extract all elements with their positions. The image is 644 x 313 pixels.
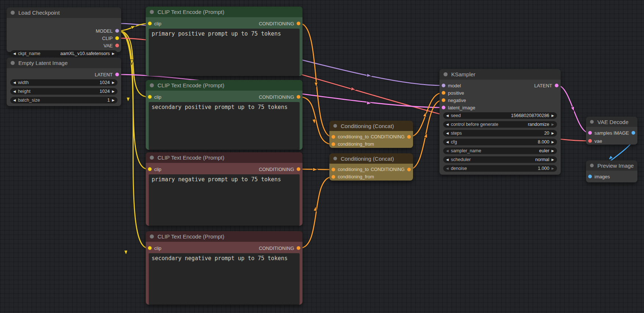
- node-clip-text-encode-positive-1[interactable]: CLIP Text Encode (Prompt) clip CONDITION…: [146, 7, 303, 76]
- node-clip-text-encode-negative-2[interactable]: CLIP Text Encode (Prompt) clip CONDITION…: [146, 231, 303, 305]
- increment-arrow-icon[interactable]: ▶: [551, 123, 554, 126]
- decrement-arrow-icon[interactable]: ◀: [13, 52, 16, 55]
- conditioning-port-icon[interactable]: [297, 22, 300, 25]
- prompt-textarea[interactable]: secondary negative prompt up to 75 token…: [149, 253, 300, 305]
- node-empty-latent-image[interactable]: Empty Latent Image LATENT ◀ width 1024 ▶…: [7, 58, 121, 106]
- node-title-bar[interactable]: CLIP Text Encode (Prompt): [146, 80, 303, 91]
- slot-row: conditioning_to CONDITIONING: [329, 133, 413, 141]
- decrement-arrow-icon[interactable]: ◀: [446, 132, 449, 135]
- increment-arrow-icon[interactable]: ▶: [112, 99, 115, 102]
- width-widget[interactable]: ◀ width 1024 ▶: [10, 79, 117, 86]
- decrement-arrow-icon[interactable]: ◀: [446, 114, 449, 117]
- conditioning-port-icon[interactable]: [442, 98, 445, 102]
- cfg-widget[interactable]: ◀ cfg 8.000 ▶: [443, 139, 557, 145]
- conditioning-port-icon[interactable]: [442, 91, 445, 95]
- control-before-generate-widget[interactable]: ◀ control before generate randomize ▶: [443, 121, 557, 128]
- slot-row: clip CONDITIONING: [146, 93, 303, 101]
- decrement-arrow-icon[interactable]: ◀: [13, 90, 16, 93]
- collapse-dot-icon[interactable]: [150, 83, 154, 87]
- collapse-dot-icon[interactable]: [150, 234, 154, 239]
- collapse-dot-icon[interactable]: [150, 10, 154, 14]
- collapse-dot-icon[interactable]: [590, 120, 594, 124]
- batch-size-widget[interactable]: ◀ batch_size 1 ▶: [10, 97, 117, 103]
- steps-widget[interactable]: ◀ steps 20 ▶: [443, 130, 557, 137]
- increment-arrow-icon[interactable]: ▶: [551, 141, 554, 144]
- node-conditioning-concat-negative[interactable]: Conditioning (Concat) conditioning_to CO…: [329, 153, 413, 181]
- node-title-bar[interactable]: CLIP Text Encode (Prompt): [146, 231, 303, 242]
- collapse-dot-icon[interactable]: [444, 72, 448, 76]
- collapse-dot-icon[interactable]: [150, 156, 154, 160]
- prompt-textarea[interactable]: secondary positive prompt up to 75 token…: [149, 102, 300, 150]
- conditioning-port-icon[interactable]: [332, 142, 335, 146]
- vae-port-icon[interactable]: [588, 139, 592, 143]
- conditioning-port-icon[interactable]: [332, 135, 335, 139]
- image-port-icon[interactable]: [632, 131, 635, 135]
- conditioning-port-icon[interactable]: [332, 175, 335, 179]
- latent-port-icon[interactable]: [588, 131, 592, 135]
- increment-arrow-icon[interactable]: ▶: [112, 90, 115, 93]
- node-ksampler[interactable]: KSampler model LATENT positive negative …: [439, 69, 561, 175]
- decrement-arrow-icon[interactable]: ◀: [446, 149, 449, 153]
- image-port-icon[interactable]: [588, 175, 592, 178]
- latent-port-icon[interactable]: [115, 73, 119, 76]
- collapse-dot-icon[interactable]: [333, 124, 337, 128]
- node-title-bar[interactable]: Empty Latent Image: [7, 58, 121, 68]
- conditioning-port-icon[interactable]: [297, 167, 300, 171]
- vae-port-icon[interactable]: [115, 44, 119, 47]
- seed-widget[interactable]: ◀ seed 156680208700286 ▶: [443, 112, 557, 119]
- collapse-dot-icon[interactable]: [590, 164, 594, 167]
- clip-port-icon[interactable]: [148, 95, 152, 99]
- decrement-arrow-icon[interactable]: ◀: [446, 158, 449, 161]
- prompt-textarea[interactable]: primary negative prompt up to 75 tokens: [149, 174, 300, 226]
- height-widget[interactable]: ◀ height 1024 ▶: [10, 88, 117, 95]
- decrement-arrow-icon[interactable]: ◀: [446, 167, 449, 170]
- node-conditioning-concat-positive[interactable]: Conditioning (Concat) conditioning_to CO…: [329, 121, 413, 148]
- conditioning-port-icon[interactable]: [407, 168, 411, 171]
- node-load-checkpoint[interactable]: Load Checkpoint MODEL CLIP VAE ◀ ckpt_na…: [7, 7, 121, 52]
- node-title-bar[interactable]: VAE Decode: [586, 117, 637, 127]
- node-clip-text-encode-positive-2[interactable]: CLIP Text Encode (Prompt) clip CONDITION…: [146, 80, 303, 150]
- node-title-bar[interactable]: KSampler: [439, 69, 561, 80]
- decrement-arrow-icon[interactable]: ◀: [446, 123, 449, 126]
- sampler-name-widget[interactable]: ◀ sampler_name euler ▶: [443, 148, 557, 154]
- latent-port-icon[interactable]: [442, 106, 445, 109]
- clip-port-icon[interactable]: [115, 36, 119, 40]
- denoise-widget[interactable]: ◀ denoise 1.000 ▶: [443, 165, 557, 172]
- node-title-bar[interactable]: CLIP Text Encode (Prompt): [146, 152, 303, 163]
- collapse-dot-icon[interactable]: [11, 61, 15, 65]
- increment-arrow-icon[interactable]: ▶: [551, 149, 554, 153]
- node-title-bar[interactable]: Conditioning (Concat): [329, 153, 413, 164]
- model-port-icon[interactable]: [115, 29, 119, 33]
- increment-arrow-icon[interactable]: ▶: [551, 167, 554, 170]
- node-vae-decode[interactable]: VAE Decode samples IMAGE vae: [586, 117, 637, 145]
- scheduler-widget[interactable]: ◀ scheduler normal ▶: [443, 156, 557, 163]
- node-clip-text-encode-negative-1[interactable]: CLIP Text Encode (Prompt) clip CONDITION…: [146, 152, 303, 226]
- node-title-bar[interactable]: Preview Image: [586, 160, 637, 171]
- clip-port-icon[interactable]: [148, 22, 152, 25]
- ckpt-name-widget[interactable]: ◀ ckpt_name aamXL_v10.safetensors ▶: [10, 50, 117, 57]
- model-port-icon[interactable]: [442, 84, 445, 87]
- increment-arrow-icon[interactable]: ▶: [551, 132, 554, 135]
- conditioning-port-icon[interactable]: [332, 168, 335, 171]
- node-title-bar[interactable]: Load Checkpoint: [7, 7, 121, 18]
- increment-arrow-icon[interactable]: ▶: [112, 52, 115, 55]
- node-title-bar[interactable]: Conditioning (Concat): [329, 121, 413, 131]
- increment-arrow-icon[interactable]: ▶: [112, 81, 115, 84]
- collapse-dot-icon[interactable]: [333, 157, 337, 160]
- latent-port-icon[interactable]: [555, 84, 558, 87]
- node-graph-canvas[interactable]: { "palette": { "wire_model":"#a88bd4","w…: [0, 0, 644, 313]
- increment-arrow-icon[interactable]: ▶: [551, 114, 554, 117]
- node-title-bar[interactable]: CLIP Text Encode (Prompt): [146, 7, 303, 17]
- decrement-arrow-icon[interactable]: ◀: [446, 141, 449, 144]
- node-preview-image[interactable]: Preview Image images: [586, 160, 637, 182]
- clip-port-icon[interactable]: [148, 246, 152, 250]
- decrement-arrow-icon[interactable]: ◀: [13, 81, 16, 84]
- conditioning-port-icon[interactable]: [407, 135, 411, 139]
- prompt-textarea[interactable]: primary positive prompt up to 75 tokens: [149, 29, 300, 76]
- conditioning-port-icon[interactable]: [297, 95, 300, 99]
- collapse-dot-icon[interactable]: [11, 11, 15, 15]
- clip-port-icon[interactable]: [148, 167, 152, 171]
- conditioning-port-icon[interactable]: [297, 246, 300, 250]
- increment-arrow-icon[interactable]: ▶: [551, 158, 554, 161]
- decrement-arrow-icon[interactable]: ◀: [13, 99, 16, 102]
